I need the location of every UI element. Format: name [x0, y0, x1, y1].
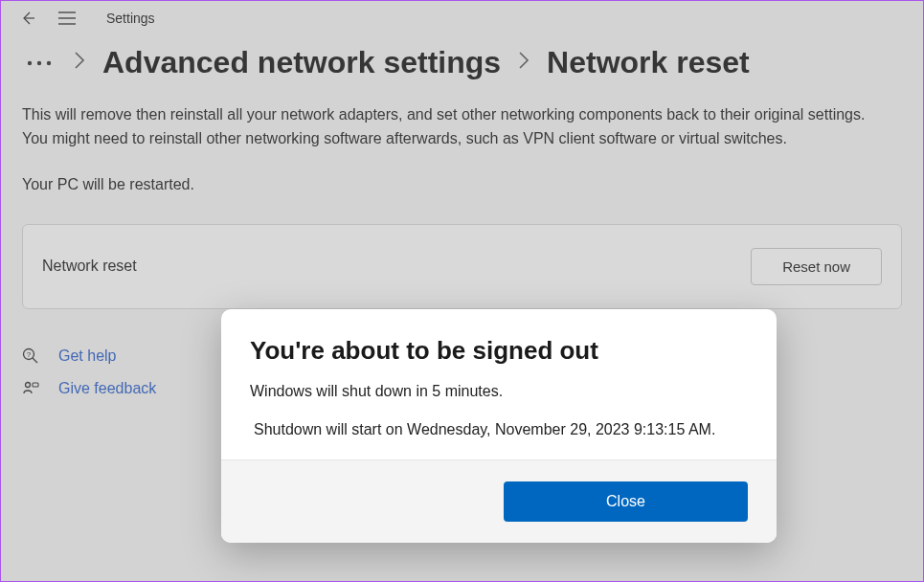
page-description: This will remove then reinstall all your…: [22, 103, 893, 151]
give-feedback-label: Give feedback: [58, 380, 156, 397]
dialog-message-2: Shutdown will start on Wednesday, Novemb…: [254, 421, 748, 438]
breadcrumb: Advanced network settings Network reset: [22, 45, 902, 80]
app-title: Settings: [106, 11, 155, 26]
reset-card-label: Network reset: [42, 257, 137, 275]
signout-dialog: You're about to be signed out Windows wi…: [221, 309, 777, 543]
chevron-right-icon: [74, 51, 85, 76]
breadcrumb-current: Network reset: [547, 45, 750, 80]
dialog-title: You're about to be signed out: [250, 336, 748, 366]
svg-rect-11: [33, 383, 38, 387]
dialog-message-1: Windows will shut down in 5 minutes.: [250, 383, 748, 400]
restart-note: Your PC will be restarted.: [22, 176, 902, 193]
hamburger-icon[interactable]: [47, 6, 87, 31]
dialog-body: You're about to be signed out Windows wi…: [221, 309, 777, 459]
close-button[interactable]: Close: [504, 481, 748, 522]
svg-line-9: [33, 358, 37, 363]
svg-text:?: ?: [27, 350, 32, 359]
feedback-icon: [22, 380, 41, 397]
help-icon: ?: [22, 347, 41, 365]
chevron-right-icon: [518, 51, 530, 76]
reset-card: Network reset Reset now: [22, 224, 902, 309]
ellipsis-icon[interactable]: [22, 56, 56, 71]
breadcrumb-parent[interactable]: Advanced network settings: [102, 45, 501, 80]
svg-point-5: [37, 60, 41, 64]
back-icon[interactable]: [9, 5, 47, 32]
dialog-footer: Close: [221, 459, 777, 543]
svg-point-6: [47, 60, 51, 64]
svg-point-4: [28, 60, 32, 64]
get-help-label: Get help: [58, 347, 116, 365]
svg-point-10: [26, 382, 31, 387]
reset-now-button[interactable]: Reset now: [751, 248, 882, 285]
titlebar: Settings: [1, 1, 923, 35]
